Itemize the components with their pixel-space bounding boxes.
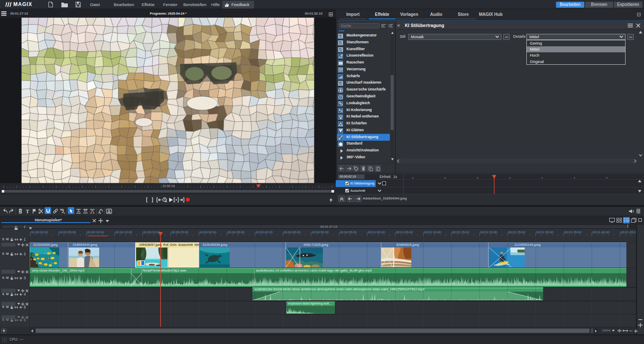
svg-text:00:00:50:00: 00:00:50:00 (312, 230, 329, 234)
svg-text:00:01:20:00: 00:01:20:00 (480, 230, 497, 234)
svg-text:00:00:10:00: 00:00:10:00 (87, 230, 104, 234)
svg-text:00:01:05:00: 00:01:05:00 (396, 230, 413, 234)
svg-text:00:00:00:00: 00:00:00:00 (31, 230, 48, 234)
svg-text:00:01:45:00: 00:01:45:00 (620, 230, 638, 234)
svg-text:00:00:30:00: 00:00:30:00 (199, 230, 216, 234)
svg-text:00:00:25:00: 00:00:25:00 (171, 230, 188, 234)
svg-text:00:00:55:00: 00:00:55:00 (340, 230, 357, 234)
svg-text:00:00:40:00: 00:00:40:00 (255, 230, 273, 234)
svg-text:00:00:15:00: 00:00:15:00 (115, 230, 132, 234)
svg-text:T: T (26, 208, 29, 214)
svg-text:00:01:15:00: 00:01:15:00 (452, 230, 469, 234)
svg-text:00:01:25:00: 00:01:25:00 (508, 230, 526, 234)
svg-text:00:01:00:00: 00:01:00:00 (368, 230, 385, 234)
svg-text:00:01:30:00: 00:01:30:00 (536, 230, 553, 234)
svg-text:00:01:10:00: 00:01:10:00 (424, 230, 441, 234)
svg-text:00:00:35:00: 00:00:35:00 (228, 230, 245, 234)
svg-text:00:01:35:00: 00:01:35:00 (565, 230, 582, 234)
svg-text:00:00:45:00: 00:00:45:00 (284, 230, 301, 234)
svg-text:00:01:40:00: 00:01:40:00 (592, 230, 610, 234)
svg-text:00:00:05:00: 00:00:05:00 (59, 230, 76, 234)
